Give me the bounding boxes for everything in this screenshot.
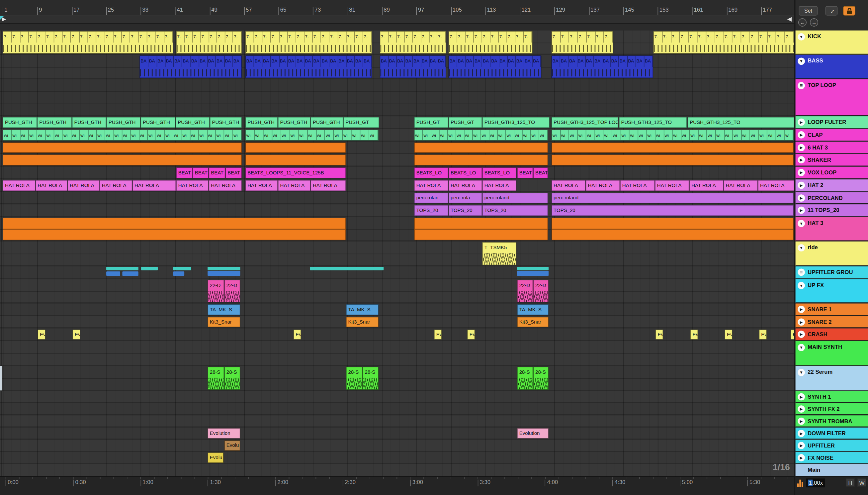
play-icon[interactable]: ▶ — [798, 318, 805, 326]
clip-ta-mk-s[interactable]: TA_MK_S — [517, 304, 549, 315]
clip-upfgroup[interactable] — [517, 271, 549, 276]
clip-perc-roland[interactable]: perc roland — [551, 193, 794, 203]
clip-kick[interactable]: 7-7-7-7-7-7-7- — [551, 31, 613, 53]
clip-beat[interactable]: BEAT — [176, 167, 193, 178]
clip-hat-rola[interactable]: HAT ROLA — [176, 180, 209, 191]
track-header-loopfulter[interactable]: ▶LOOP FULTER — [796, 116, 868, 129]
play-icon[interactable]: ▶ — [798, 330, 805, 338]
fold-icon[interactable]: ▼ — [798, 244, 805, 252]
track-header-snare1[interactable]: ▶SNARE 1 — [796, 304, 868, 316]
clip-upfgroup[interactable] — [106, 267, 139, 270]
clip-clap[interactable]: wiwiwiwiwiwiwiwiwiwiwiwiwiwiwiwi — [414, 130, 548, 140]
clip-hat-rola[interactable]: HAT ROLA — [245, 180, 278, 191]
clip-upfgroup[interactable] — [173, 267, 191, 270]
clip-ev[interactable]: Ev — [655, 329, 663, 340]
clip-beat[interactable]: BEAT — [533, 167, 548, 178]
play-icon[interactable]: ▶ — [798, 207, 805, 214]
play-icon[interactable]: ▶ — [798, 182, 805, 189]
clip-tops-20[interactable]: TOPS_20 — [448, 205, 482, 216]
clip-hat-rola[interactable]: HAT ROLA — [689, 180, 724, 191]
track-header-snare2[interactable]: ▶SNARE 2 — [796, 316, 868, 328]
clip-ta-mk-s[interactable]: TA_MK_S — [346, 304, 378, 315]
clip-push-gth[interactable]: PUSH_GTH — [278, 117, 311, 128]
clip-ev[interactable]: Ev — [37, 329, 45, 340]
clip-upfgroup[interactable] — [517, 267, 549, 270]
clip-beat[interactable]: BEAT — [226, 167, 242, 178]
play-icon[interactable]: ▶ — [798, 156, 805, 164]
play-icon[interactable]: ▶ — [798, 393, 805, 400]
clip-hat-rola[interactable]: HAT ROLA — [132, 180, 176, 191]
fit-width-button[interactable]: W — [857, 478, 866, 487]
clip-kit3-snar[interactable]: Kit3_Snar — [346, 317, 378, 328]
clip-28-s[interactable]: 28-S — [517, 367, 533, 390]
play-icon[interactable]: ▶ — [798, 417, 805, 425]
clip-t-tsmk5[interactable]: T_TSMK5 — [482, 242, 516, 266]
clip-hat-rola[interactable]: HAT ROLA — [482, 180, 516, 191]
clip-hat-rola[interactable]: HAT ROLA — [36, 180, 68, 191]
clip-hat-rola[interactable]: HAT ROLA — [620, 180, 655, 191]
clip-clap[interactable]: wiwiwiwiwiwiwiwiwiwiwiwiwiwiwi — [245, 130, 379, 140]
clip-upfgroup[interactable] — [208, 267, 240, 270]
clip-bass[interactable]: BABABABABABABABABABABABABABABA — [245, 55, 372, 78]
clip-hat-rola[interactable]: HAT ROLA — [209, 180, 242, 191]
play-icon[interactable]: ▶ — [798, 144, 805, 151]
fold-icon[interactable]: ▼ — [798, 282, 805, 289]
clip-28-s[interactable]: 28-S — [362, 367, 378, 390]
clip-push-gth[interactable]: PUSH_GTH — [72, 117, 106, 128]
track-header-main[interactable]: Main — [796, 464, 868, 476]
timeline-scroll-strip[interactable] — [0, 16, 794, 24]
clip-tops-20[interactable]: TOPS_20 — [414, 205, 448, 216]
play-icon[interactable]: ▶ — [798, 119, 805, 126]
clip-tops-20[interactable]: TOPS_20 — [551, 205, 794, 216]
track-header-tromba[interactable]: ▶SYNTH TROMBA — [796, 415, 868, 427]
track-header-tops[interactable]: ▶11 TOPS_20 — [796, 204, 868, 217]
clip-push-gth[interactable]: PUSH_GTH — [106, 117, 140, 128]
clip-push-gth3-125-to[interactable]: PUSH_GTH3_125_TO — [619, 117, 687, 128]
play-icon[interactable]: ▶ — [798, 442, 805, 449]
track-header-percoland[interactable]: ▶PERCOLAND — [796, 192, 868, 204]
clip-upfgroup[interactable] — [173, 271, 184, 276]
level-meter-icon[interactable] — [797, 479, 803, 487]
clip-push-gth3-125-to[interactable]: PUSH_GTH3_125_TO — [688, 117, 795, 128]
track-header-ride[interactable]: ▼ride — [796, 241, 868, 266]
clip-ev[interactable]: Ev — [72, 329, 80, 340]
clip-beats-loops-11-voice-125b[interactable]: BEATS_LOOPS_11_VOICE_125B — [245, 167, 346, 178]
clip-hat6[interactable] — [551, 142, 794, 153]
clip-hat-rola[interactable]: HAT ROLA — [758, 180, 794, 191]
clip-hat-rola[interactable]: HAT ROLA — [311, 180, 346, 191]
clip-hat-rola[interactable]: HAT ROLA — [278, 180, 311, 191]
track-header-upfx[interactable]: ▼UP FX — [796, 279, 868, 303]
clip-evolution[interactable]: Evolution — [208, 428, 240, 439]
play-icon[interactable]: ▶ — [798, 454, 805, 461]
song-end-marker-icon[interactable] — [787, 17, 792, 22]
clip-22-d[interactable]: 22-D — [208, 280, 224, 302]
arrangement-area[interactable]: 7-7-7-7-7-7-7-7-7-7-7-7-7-7-7-7-7-7-7-7-… — [0, 0, 794, 495]
clip-hat6[interactable] — [3, 142, 242, 153]
clip-kick[interactable]: 7-7-7-7-7-7-7-7-7-7-7-7-7-7-7-7- — [653, 31, 794, 53]
clip-evolu[interactable]: Evolu — [224, 440, 240, 451]
track-header-synth1[interactable]: ▶SYNTH 1 — [796, 391, 868, 403]
track-header-mainsynth[interactable]: ▼MAIN SYNTH — [796, 341, 868, 365]
clip-push-gt[interactable]: PUSH_GT — [448, 117, 482, 128]
clip-28-s[interactable]: 28-S — [533, 367, 549, 390]
clip-upfgroup[interactable] — [310, 267, 384, 270]
track-header-voxloop[interactable]: ▶VOX LOOP — [796, 167, 868, 179]
clip-tops-20[interactable]: TOPS_20 — [482, 205, 548, 216]
clip-push-gth[interactable]: PUSH_GTH — [37, 117, 72, 128]
clip-ev[interactable]: Ev — [759, 329, 767, 340]
track-header-upfitler[interactable]: ▶UPFITLER — [796, 440, 868, 451]
clip-hat-rola[interactable]: HAT ROLA — [586, 180, 620, 191]
clip-push-gt[interactable]: PUSH_GT — [414, 117, 448, 128]
clip-upfgroup[interactable] — [106, 271, 120, 276]
clip-beats-lo[interactable]: BEATS_LO — [414, 167, 448, 178]
play-icon[interactable]: ▶ — [798, 169, 805, 176]
clip-hat-rola[interactable]: HAT ROLA — [448, 180, 482, 191]
clip-shaker[interactable] — [3, 154, 242, 166]
clip-evolution[interactable]: Evolution — [517, 428, 549, 439]
clip-push-gt[interactable]: PUSH_GT — [343, 117, 379, 128]
track-header-shaker[interactable]: ▶SHAKER — [796, 154, 868, 166]
clip-hat-rola[interactable]: HAT ROLA — [67, 180, 100, 191]
clip-hat-rola[interactable]: HAT ROLA — [724, 180, 758, 191]
clip-ta-mk-s[interactable]: TA_MK_S — [208, 304, 240, 315]
clip-beats-lo[interactable]: BEATS_LO — [482, 167, 516, 178]
